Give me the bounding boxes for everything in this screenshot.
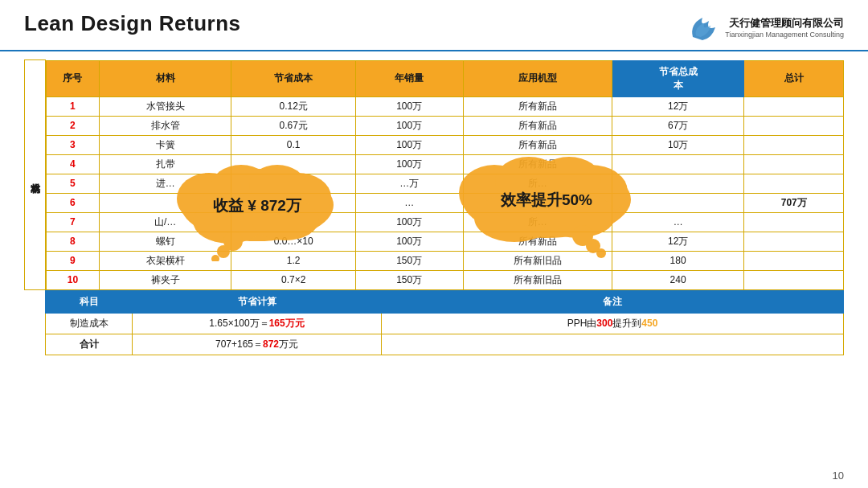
sum-col-subject: 科目 <box>46 291 133 314</box>
logo-area: 天行健管理顾问有限公司 Tianxingjian Management Cons… <box>686 11 844 43</box>
sum-calc: 1.65×100万＝165万元 <box>133 314 382 334</box>
cell-num: 10 <box>47 270 100 289</box>
logo-en: Tianxingjian Management Consulting <box>725 31 844 39</box>
page-number: 10 <box>833 470 844 482</box>
svg-point-20 <box>596 248 606 258</box>
cell-sales: 100万 <box>355 96 463 116</box>
category-label: 材料成本 <box>25 60 46 290</box>
svg-text:效率提升50%: 效率提升50% <box>500 191 592 208</box>
cell-sales: 100万 <box>355 116 463 135</box>
cell-total <box>744 96 844 116</box>
sum-subject-total: 合计 <box>46 334 133 355</box>
cell-total_save: 12万 <box>612 96 744 116</box>
cell-num: 1 <box>47 96 100 116</box>
cell-total_save: 240 <box>612 270 744 289</box>
cell-num: 6 <box>47 193 100 212</box>
cell-total <box>744 212 844 232</box>
col-header-sales: 年销量 <box>355 60 463 96</box>
summary-table: 科目 节省计算 备注 制造成本1.65×100万＝165万元PPH由300提升到… <box>45 290 844 355</box>
summary-row-total: 合计707+165＝872万元 <box>46 334 844 355</box>
cell-cost: 0.67元 <box>231 116 355 135</box>
table-header-row: 序号 材料 节省成本 年销量 应用机型 节省总成本 总计 <box>47 60 844 96</box>
cell-total <box>744 116 844 135</box>
cell-total_save: 67万 <box>612 116 744 135</box>
table-row: 2排水管0.67元100万所有新品67万 <box>47 116 844 135</box>
col-header-total: 总计 <box>744 60 844 96</box>
cell-num: 2 <box>47 116 100 135</box>
sum-note: PPH由300提升到450 <box>382 314 844 334</box>
cell-sales: 150万 <box>355 270 463 289</box>
cell-num: 7 <box>47 212 100 232</box>
cell-material: 排水管 <box>99 116 231 135</box>
cell-total <box>744 251 844 270</box>
sum-col-calc: 节省计算 <box>133 291 382 314</box>
col-header-cost: 节省成本 <box>231 60 355 96</box>
summary-row: 制造成本1.65×100万＝165万元PPH由300提升到450 <box>46 314 844 334</box>
cell-model: 所有新品 <box>463 96 612 116</box>
page-header: Lean Design Returns 天行健管理顾问有限公司 Tianxing… <box>0 0 868 51</box>
cell-num: 5 <box>47 174 100 193</box>
cell-total <box>744 232 844 251</box>
cell-material: 水管接头 <box>99 96 231 116</box>
logo-cn: 天行健管理顾问有限公司 <box>729 16 844 31</box>
table-row: 1水管接头0.12元100万所有新品12万 <box>47 96 844 116</box>
col-header-total-save: 节省总成本 <box>612 60 744 96</box>
cell-cost: 0.7×2 <box>231 270 355 289</box>
sum-calc-total: 707+165＝872万元 <box>133 334 382 355</box>
cell-total <box>744 135 844 154</box>
cell-total <box>744 154 844 174</box>
cell-material: 裤夹子 <box>99 270 231 289</box>
cell-cost: 0.1 <box>231 135 355 154</box>
sum-note-total <box>382 334 844 355</box>
data-table-outer: 材料成本 序号 材料 节省成本 年销量 应用机型 节省总成本 <box>24 59 844 290</box>
cell-num: 4 <box>47 154 100 174</box>
cell-num: 3 <box>47 135 100 154</box>
left-thought-bubble: 收益 ¥ 872万 <box>161 157 354 261</box>
company-logo-icon <box>686 11 719 43</box>
sum-subject: 制造成本 <box>46 314 133 334</box>
cell-cost: 0.12元 <box>231 96 355 116</box>
sum-col-note: 备注 <box>382 291 844 314</box>
main-content: 材料成本 序号 材料 节省成本 年销量 应用机型 节省总成本 <box>0 51 868 363</box>
table-row: 10裤夹子0.7×2150万所有新旧品240 <box>47 270 844 289</box>
summary-header-row: 科目 节省计算 备注 <box>46 291 844 314</box>
svg-point-8 <box>217 245 230 258</box>
svg-point-9 <box>211 255 219 261</box>
cell-num: 8 <box>47 232 100 251</box>
cell-total <box>744 270 844 289</box>
right-thought-bubble: 效率提升50% <box>442 147 651 260</box>
page-title: Lean Design Returns <box>24 11 241 36</box>
cell-total <box>744 174 844 193</box>
col-header-model: 应用机型 <box>463 60 612 96</box>
cell-model: 所有新旧品 <box>463 270 612 289</box>
logo-text: 天行健管理顾问有限公司 Tianxingjian Management Cons… <box>725 16 844 39</box>
col-header-material: 材料 <box>99 60 231 96</box>
cell-material: 卡簧 <box>99 135 231 154</box>
col-header-num: 序号 <box>47 60 100 96</box>
svg-text:收益 ¥ 872万: 收益 ¥ 872万 <box>213 197 302 214</box>
cell-total: 707万 <box>744 193 844 212</box>
cell-num: 9 <box>47 251 100 270</box>
cell-model: 所有新品 <box>463 116 612 135</box>
